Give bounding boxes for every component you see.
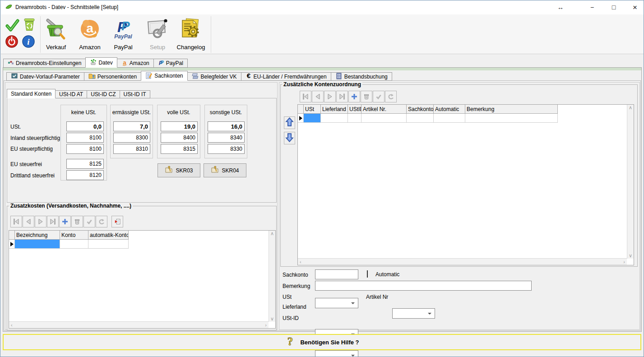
artikel-nr-select[interactable] [392, 308, 435, 319]
scroll-down-icon[interactable]: ∨ [270, 316, 274, 322]
vertical-scrollbar[interactable]: ∧ ∨ [269, 231, 275, 322]
vertical-scrollbar[interactable]: ∧ ∨ [627, 105, 634, 259]
tab-dreamrobots-einstellungen[interactable]: Dreamrobots-Einstellungen [3, 59, 86, 68]
verkauf-button[interactable]: Verkauf [41, 17, 71, 53]
cell-lieferland[interactable] [321, 114, 348, 123]
cell-bemerkung[interactable] [465, 114, 558, 123]
tab-datev[interactable]: Datev [85, 57, 117, 68]
nav-insert-button[interactable] [348, 91, 360, 102]
kontenzuordnung-grid: USt Lieferland UStID Artikel Nr. Sachkon… [297, 104, 634, 265]
move-down-button[interactable] [284, 132, 295, 144]
tab-sachkonten[interactable]: Sachkonten [141, 71, 187, 81]
bemerkung-input[interactable] [315, 281, 532, 291]
tab-amazon[interactable]: a Amazon [117, 59, 154, 68]
ustid-select[interactable] [315, 350, 358, 357]
maximize-button[interactable]: □ [606, 0, 622, 14]
tab-datev-vorlauf-parameter[interactable]: Datev-Vorlauf-Parameter [6, 72, 84, 81]
close-button[interactable]: × [626, 0, 644, 14]
nav-last-button[interactable] [47, 216, 59, 227]
tab-belegfelder-vk[interactable]: Belegfelder VK [187, 72, 241, 81]
scroll-left-icon[interactable]: ‹ [11, 322, 13, 328]
tab-ustid-cz[interactable]: USt-ID CZ [87, 90, 120, 98]
nav-prev-button[interactable] [312, 91, 324, 102]
nav-next-button[interactable] [324, 91, 336, 102]
import-document-button[interactable] [111, 216, 123, 227]
inland-keine-input[interactable] [66, 133, 104, 143]
scroll-up-icon[interactable]: ∧ [629, 105, 632, 111]
nav-delete-button[interactable] [361, 91, 372, 102]
scroll-right-icon[interactable]: › [265, 322, 267, 328]
tab-label: PayPal [166, 60, 183, 66]
help-bar[interactable]: ? Benötigen Sie Hilfe ? [3, 334, 641, 350]
scroll-up-icon[interactable]: ∧ [270, 231, 274, 236]
drittland-steuerfrei-input[interactable] [66, 170, 104, 180]
nav-insert-button[interactable] [59, 216, 71, 227]
cell-artikel-nr[interactable] [361, 114, 407, 123]
sachkonto-input[interactable] [315, 269, 358, 279]
scroll-down-icon[interactable]: ∨ [629, 253, 632, 259]
cell-konto[interactable] [60, 240, 88, 249]
tab-eu-laender-fremdwaehrungen[interactable]: € EU-Länder / Fremdwährungen [241, 72, 331, 81]
eu-sonstige-input[interactable] [208, 144, 245, 154]
nav-first-button[interactable] [300, 91, 311, 102]
folder-screw-icon [211, 166, 219, 175]
tab-standard-konten[interactable]: Standard Konten [7, 89, 56, 98]
nav-cancel-button[interactable] [96, 216, 107, 227]
ust-keine-input[interactable] [66, 121, 104, 131]
ust-select[interactable] [315, 298, 358, 308]
automatic-checkbox[interactable] [367, 270, 368, 278]
nav-next-button[interactable] [35, 216, 46, 227]
eu-steuerfrei-input[interactable] [66, 159, 104, 169]
skr03-button[interactable]: SKR03 [158, 163, 200, 177]
confirm-icon[interactable] [5, 19, 20, 34]
horizontal-scrollbar[interactable]: ‹ › [9, 321, 269, 328]
nav-post-button[interactable] [83, 216, 95, 227]
tab-ustid-at[interactable]: USt-ID AT [55, 90, 87, 98]
paypal-button[interactable]: PPPayPal PayPal [108, 17, 139, 53]
nav-first-button[interactable] [10, 216, 22, 227]
tab-paypal[interactable]: PP PayPal [153, 59, 188, 68]
horizontal-scrollbar[interactable]: ‹ › [298, 258, 627, 265]
eu-keine-input[interactable] [66, 144, 104, 154]
cell-sachkonto[interactable] [407, 114, 434, 123]
inland-sonstige-input[interactable] [208, 133, 245, 143]
power-icon[interactable] [5, 35, 19, 50]
cell-ustid[interactable] [348, 114, 361, 123]
amazon-label: Amazon [79, 44, 101, 51]
move-up-button[interactable] [284, 116, 295, 129]
row-indicator [298, 114, 304, 123]
ust-sonstige-input[interactable] [208, 121, 245, 131]
changelog-button[interactable]: Changelog [174, 17, 208, 53]
scroll-right-icon[interactable]: › [623, 259, 625, 265]
col-ustid: UStID [348, 105, 361, 114]
col-konto: Konto [60, 231, 88, 240]
row-indicator [9, 240, 15, 249]
minimize-button[interactable]: − [584, 0, 600, 14]
nav-post-button[interactable] [373, 91, 385, 102]
eu-ermaessigt-input[interactable] [113, 144, 150, 154]
cell-ust-selected[interactable] [304, 114, 321, 123]
inland-volle-input[interactable] [161, 133, 198, 143]
setup-button[interactable]: Setup [142, 17, 173, 53]
resize-arrows-icon[interactable]: ↔ [554, 0, 567, 14]
nav-last-button[interactable] [336, 91, 348, 102]
ust-volle-input[interactable] [161, 121, 198, 131]
skr04-button[interactable]: SKR04 [204, 163, 246, 177]
scroll-left-icon[interactable]: ‹ [300, 259, 301, 265]
cell-automatic[interactable] [434, 114, 465, 123]
eu-volle-input[interactable] [161, 144, 198, 154]
tab-ustid-it[interactable]: USt-ID IT [120, 90, 150, 98]
nav-delete-button[interactable] [71, 216, 83, 227]
tab-personenkonten[interactable]: Personenkonten [84, 72, 141, 81]
cell-bezeichnung-selected[interactable] [15, 240, 60, 249]
recycle-bin-icon[interactable] [22, 17, 37, 34]
ust-ermaessigt-input[interactable] [113, 121, 150, 131]
info-icon[interactable]: i [22, 35, 35, 50]
nav-cancel-button[interactable] [385, 91, 397, 102]
tab-bestandsbuchung[interactable]: Bestandsbuchung [331, 72, 392, 81]
cell-automatik-konto[interactable] [88, 240, 129, 249]
amazon-button[interactable]: a Amazon [74, 17, 105, 53]
inland-ermaessigt-input[interactable] [113, 133, 150, 143]
nav-prev-button[interactable] [23, 216, 34, 227]
settings-pixels-icon [8, 60, 14, 67]
